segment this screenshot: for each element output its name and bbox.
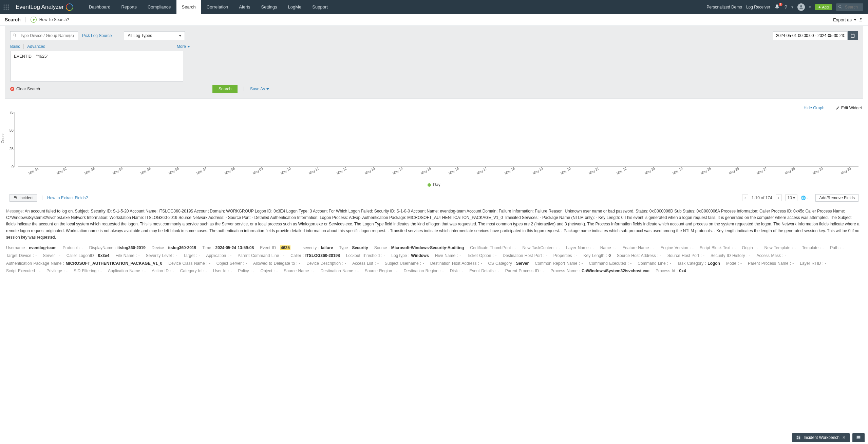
field-pair[interactable]: Layer RTID : -: [800, 261, 826, 266]
field-pair[interactable]: Certificate ThumbPrint : -: [470, 245, 516, 250]
field-pair[interactable]: DisplayName : itslog360-2019: [89, 245, 146, 250]
field-pair[interactable]: Properties : -: [553, 253, 578, 258]
field-pair[interactable]: Lockout Threshold : -: [346, 253, 385, 258]
field-pair[interactable]: Parent Command Line : -: [238, 253, 284, 258]
field-pair[interactable]: File Name : -: [115, 253, 140, 258]
add-button[interactable]: +Add: [815, 4, 832, 10]
field-pair[interactable]: OS Category : Server: [488, 261, 529, 266]
nav-logme[interactable]: LogMe: [283, 0, 307, 14]
field-pair[interactable]: Source Region : -: [365, 269, 397, 273]
field-pair[interactable]: Destination Region : -: [403, 269, 444, 273]
page-size-select[interactable]: 10 ▾: [785, 195, 798, 201]
field-pair[interactable]: Category Id : -: [180, 269, 207, 273]
field-pair[interactable]: Process Name : C:\Windows\System32\svcho…: [550, 269, 649, 273]
field-pair[interactable]: Ticket Option : -: [467, 253, 496, 258]
tab-advanced[interactable]: Advanced: [24, 44, 49, 49]
field-pair[interactable]: Script Executed : -: [6, 269, 40, 273]
field-pair[interactable]: Layer Name : -: [566, 245, 594, 250]
brand-logo[interactable]: EventLog Analyzer: [12, 3, 77, 11]
field-pair[interactable]: Destination Host Port : -: [503, 253, 547, 258]
add-remove-fields-button[interactable]: Add/Remove Fields: [815, 194, 858, 202]
search-button[interactable]: Search: [212, 85, 238, 93]
field-pair[interactable]: Script Block Text : -: [700, 245, 736, 250]
field-pair[interactable]: SID Filtering : -: [74, 269, 102, 273]
field-pair[interactable]: Hive Name : -: [435, 253, 461, 258]
incident-button[interactable]: Incident: [10, 194, 37, 202]
nav-search[interactable]: Search: [176, 0, 201, 14]
timezone-icon[interactable]: 🌐↓: [801, 196, 808, 200]
field-pair[interactable]: Caller LogonID : 0x3e4: [67, 253, 109, 258]
field-pair[interactable]: Time : 2024-05-24 13:59:08: [202, 245, 254, 250]
field-pair[interactable]: Privilege : -: [46, 269, 68, 273]
field-pair[interactable]: Device Class Name : -: [168, 261, 210, 266]
apps-grid-icon[interactable]: [0, 4, 12, 10]
field-pair[interactable]: Protocol : -: [63, 245, 83, 250]
pager-next[interactable]: ›: [776, 195, 782, 201]
nav-alerts[interactable]: Alerts: [233, 0, 256, 14]
field-pair[interactable]: Parent Process ID : -: [505, 269, 544, 273]
field-pair[interactable]: Access Mask : -: [756, 253, 786, 258]
calendar-icon[interactable]: [848, 31, 858, 40]
field-pair[interactable]: Source Host Address : -: [617, 253, 661, 258]
field-pair[interactable]: Process Id : 0x4: [656, 269, 686, 273]
field-pair[interactable]: Parent Process Name : -: [748, 261, 794, 266]
field-pair[interactable]: severity : failure: [303, 245, 333, 250]
field-pair[interactable]: Event ID : 4625: [260, 245, 297, 250]
tab-basic[interactable]: Basic: [10, 44, 24, 49]
field-pair[interactable]: Caller : ITSLOG360-2019$: [290, 253, 340, 258]
help-icon[interactable]: ?: [785, 4, 787, 10]
field-pair[interactable]: Application Name : -: [108, 269, 146, 273]
edit-widget-button[interactable]: Edit Widget: [831, 106, 862, 110]
field-pair[interactable]: Access List : -: [352, 261, 379, 266]
field-pair[interactable]: Action ID : -: [152, 269, 174, 273]
log-receiver-link[interactable]: Log Receiver: [746, 5, 770, 10]
field-pair[interactable]: User Id : -: [213, 269, 232, 273]
field-pair[interactable]: Severity Level : -: [146, 253, 177, 258]
field-pair[interactable]: Source Name : -: [284, 269, 314, 273]
field-pair[interactable]: Target : -: [183, 253, 200, 258]
field-pair[interactable]: Server : -: [43, 253, 60, 258]
field-pair[interactable]: Object Server : -: [216, 261, 247, 266]
field-pair[interactable]: Device Description : -: [306, 261, 346, 266]
play-icon[interactable]: [31, 17, 37, 23]
log-types-select[interactable]: All Log Types: [124, 31, 185, 40]
field-pair[interactable]: Origin : -: [742, 245, 758, 250]
field-pair[interactable]: Device : itslog360-2019: [152, 245, 196, 250]
field-pair[interactable]: Source : Microsoft-Windows-Security-Audi…: [374, 245, 464, 250]
pager-prev[interactable]: ‹: [742, 195, 748, 201]
nav-dashboard[interactable]: Dashboard: [83, 0, 116, 14]
field-pair[interactable]: Destination Host Address : -: [430, 261, 482, 266]
field-pair[interactable]: Allowed to Delegate to : -: [253, 261, 300, 266]
more-link[interactable]: More: [177, 44, 190, 49]
clear-search-button[interactable]: ✕ Clear Search: [10, 87, 40, 91]
field-pair[interactable]: Task Category : Logon: [677, 261, 720, 266]
field-pair[interactable]: Mode : -: [726, 261, 742, 266]
field-pair[interactable]: Source Host Port : -: [667, 253, 704, 258]
field-pair[interactable]: Application : -: [206, 253, 232, 258]
save-as-button[interactable]: Save As: [244, 87, 269, 91]
field-pair[interactable]: Key Length : 0: [584, 253, 611, 258]
nav-settings[interactable]: Settings: [256, 0, 283, 14]
field-pair[interactable]: Target Device : -: [6, 253, 37, 258]
nav-compliance[interactable]: Compliance: [142, 0, 176, 14]
field-pair[interactable]: Event Details : -: [469, 269, 499, 273]
date-range-input[interactable]: [773, 31, 848, 40]
field-pair[interactable]: Object : -: [261, 269, 278, 273]
field-pair[interactable]: New Template : -: [765, 245, 796, 250]
field-pair[interactable]: Command Executed : -: [589, 261, 632, 266]
field-pair[interactable]: Engine Version : -: [660, 245, 694, 250]
field-pair[interactable]: Username : eventlog-team: [6, 245, 57, 250]
field-pair[interactable]: Path : -: [830, 245, 844, 250]
nav-reports[interactable]: Reports: [116, 0, 142, 14]
export-as-button[interactable]: Export as: [833, 17, 863, 22]
extract-fields-link[interactable]: How to Extract Fields?: [42, 196, 88, 200]
field-pair[interactable]: Destination Name : -: [321, 269, 359, 273]
field-pair[interactable]: Type : Security: [339, 245, 368, 250]
pick-log-source-link[interactable]: Pick Log Source: [82, 33, 112, 38]
user-avatar-icon[interactable]: [797, 3, 805, 11]
nav-support[interactable]: Support: [307, 0, 333, 14]
how-to-search-link[interactable]: How To Search?: [39, 17, 69, 22]
field-pair[interactable]: New TaskContent : -: [522, 245, 560, 250]
field-pair[interactable]: Security ID History : -: [711, 253, 750, 258]
field-pair[interactable]: Disk : -: [450, 269, 463, 273]
